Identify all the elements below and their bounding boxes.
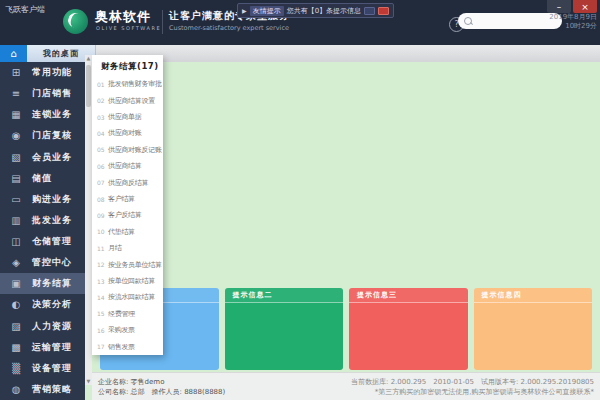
sidebar-item[interactable]: ▣ 财务结算 <box>0 273 85 294</box>
menu-item-number: 09 <box>97 212 108 219</box>
prompt-card-title: 提示信息二 <box>233 290 273 300</box>
play-icon[interactable]: ▶ <box>242 7 247 14</box>
sidebar-item-label: 管控中心 <box>32 256 72 269</box>
finance-menu-item[interactable]: 17 销售发票 <box>92 339 163 355</box>
finance-menu-item[interactable]: 10 代垫结算 <box>92 224 163 240</box>
scroll-up-icon[interactable]: ▲ <box>87 55 91 62</box>
menu-item-label: 供应商结算 <box>108 161 142 171</box>
prompt-card[interactable]: 提示信息四 <box>474 288 593 370</box>
finance-menu-item[interactable]: 07 供应商反结算 <box>92 174 163 190</box>
sidebar-item[interactable]: ▩ 运输管理 <box>0 337 85 358</box>
finance-menu-item[interactable]: 15 经费管理 <box>92 306 163 322</box>
search-input[interactable] <box>476 17 550 26</box>
menu-item-number: 11 <box>97 245 108 252</box>
finance-menu-item[interactable]: 14 按流水回款结算 <box>92 289 163 305</box>
menu-item-label: 按业务员单位结算 <box>108 260 162 270</box>
sidebar-item[interactable]: ▒ 设备管理 <box>0 358 85 379</box>
sidebar-item-icon: ⊞ <box>0 67 32 78</box>
sidebar-item[interactable]: ▭ 购进业务 <box>0 189 85 210</box>
sidebar-item[interactable]: ▥ 批发业务 <box>0 210 85 231</box>
menu-item-number: 10 <box>97 228 108 235</box>
brand-logo-icon <box>63 9 88 34</box>
sidebar-item-label: 设备管理 <box>32 362 72 375</box>
finance-menu-item[interactable]: 08 客户结算 <box>92 191 163 207</box>
sidebar-item[interactable]: ▧ 会员业务 <box>0 147 85 168</box>
finance-menu-list: 01 批发销售财务审批 02 供应商结算设置 03 供应商单据 04 供应商对账… <box>92 76 163 355</box>
sidebar-item-icon: ▭ <box>0 194 32 205</box>
sidebar-item-icon: ≡ <box>0 88 32 99</box>
menu-item-label: 按流水回款结算 <box>108 292 155 302</box>
brand-name-en: OLIVE SOFTWARE <box>96 25 161 31</box>
flag-red-icon[interactable] <box>378 7 389 15</box>
company-info: 企业名称: 零售demo 公司名称: 总部 操作人员: 8888(8888) <box>98 377 225 397</box>
menu-item-label: 代垫结算 <box>108 227 135 237</box>
sidebar-item[interactable]: ◈ 管控中心 <box>0 252 85 273</box>
finance-menu-item[interactable]: 16 采购发票 <box>92 322 163 338</box>
brand-divider <box>162 10 163 34</box>
flag-dark-icon[interactable] <box>364 7 375 15</box>
prompt-card-header: 提示信息二 <box>225 288 344 303</box>
menu-item-number: 16 <box>97 327 108 334</box>
sidebar-item[interactable]: ▨ 人力资源 <box>0 316 85 337</box>
sidebar-item[interactable]: ◍ 营销策略 <box>0 379 85 400</box>
sidebar-item-label: 运输管理 <box>32 341 72 354</box>
menu-item-label: 客户反结算 <box>108 210 142 220</box>
finance-menu-item[interactable]: 05 供应商对账反记账 <box>92 142 163 158</box>
company-name: 企业名称: 零售demo <box>98 377 225 387</box>
notification-text: 您共有【0】条提示信息 <box>287 6 361 16</box>
notification-bar[interactable]: ▶ 友情提示 您共有【0】条提示信息 <box>237 3 394 18</box>
finance-menu-item[interactable]: 12 按业务员单位结算 <box>92 256 163 272</box>
sidebar-item-label: 门店复核 <box>32 129 72 142</box>
operator-info: 公司名称: 总部 操作人员: 8888(8888) <box>98 387 225 397</box>
menu-item-number: 07 <box>97 179 108 186</box>
scroll-down-icon[interactable]: ▼ <box>87 378 91 385</box>
sidebar: ⊞ 常用功能 ≡ 门店销售 ▦ 连锁业务 ◉ 门店复核 ▧ 会员业务 ▤ 储值 … <box>0 62 85 400</box>
menu-item-label: 供应商对账 <box>108 128 142 138</box>
menu-item-number: 06 <box>97 163 108 170</box>
sidebar-item-icon: ▤ <box>0 173 32 184</box>
finance-menu-item[interactable]: 11 月结 <box>92 240 163 256</box>
time-text: 10时29分 <box>549 22 597 31</box>
finance-menu-item[interactable]: 01 批发销售财务审批 <box>92 76 163 92</box>
close-button[interactable]: × <box>573 0 597 13</box>
prompt-card-header: 提示信息四 <box>474 288 593 303</box>
sidebar-item-icon: ◉ <box>0 130 32 141</box>
sidebar-item[interactable]: ◫ 仓储管理 <box>0 231 85 252</box>
sidebar-item[interactable]: ▦ 连锁业务 <box>0 104 85 125</box>
finance-menu-item[interactable]: 09 客户反结算 <box>92 207 163 223</box>
finance-menu-item[interactable]: 04 供应商对账 <box>92 125 163 141</box>
prompt-card-title: 提示信息四 <box>482 290 522 300</box>
version-info: 当前数据库: 2.000.295 2010-01-05 试用版本号: 2.000… <box>351 377 594 397</box>
sidebar-scrollbar[interactable]: ▲ ▼ <box>85 55 92 385</box>
sidebar-item-icon: ◍ <box>0 384 32 395</box>
prompt-card[interactable]: 提示信息三 <box>349 288 468 370</box>
finance-menu-item[interactable]: 06 供应商结算 <box>92 158 163 174</box>
prompt-cards: 提示信息一 提示信息二 提示信息三 提示信息四 <box>100 288 592 370</box>
finance-menu-item[interactable]: 13 按单位回款结算 <box>92 273 163 289</box>
search-icon <box>464 17 472 25</box>
sidebar-item[interactable]: ◉ 门店复核 <box>0 125 85 146</box>
menu-item-label: 采购发票 <box>108 325 135 335</box>
sidebar-item[interactable]: ≡ 门店销售 <box>0 83 85 104</box>
scrollbar-thumb[interactable] <box>86 65 91 107</box>
menu-item-label: 批发销售财务审批 <box>108 79 162 89</box>
menu-item-label: 供应商对账反记账 <box>108 145 162 155</box>
sidebar-item[interactable]: ⊞ 常用功能 <box>0 62 85 83</box>
menu-item-number: 17 <box>97 343 108 350</box>
menu-item-number: 14 <box>97 294 108 301</box>
prompt-card-title: 提示信息三 <box>357 290 397 300</box>
sidebar-item[interactable]: ◐ 决策分析 <box>0 294 85 315</box>
sidebar-item-label: 购进业务 <box>32 193 72 206</box>
sidebar-item-icon: ▥ <box>0 215 32 226</box>
menu-item-label: 供应商结算设置 <box>108 96 155 106</box>
sidebar-item-label: 人力资源 <box>32 320 72 333</box>
finance-menu-item[interactable]: 03 供应商单据 <box>92 109 163 125</box>
minimize-button[interactable]: – <box>547 0 571 13</box>
sidebar-item[interactable]: ▤ 储值 <box>0 168 85 189</box>
search-box[interactable] <box>458 13 562 29</box>
home-icon[interactable]: ⌂ <box>0 45 27 62</box>
prompt-card[interactable]: 提示信息二 <box>225 288 344 370</box>
menu-item-label: 客户结算 <box>108 194 135 204</box>
finance-menu-item[interactable]: 02 供应商结算设置 <box>92 92 163 108</box>
title-bar: 飞跃客户端 奥林软件 OLIVE SOFTWARE 让客户满意的专家型服务 Cu… <box>0 0 600 45</box>
